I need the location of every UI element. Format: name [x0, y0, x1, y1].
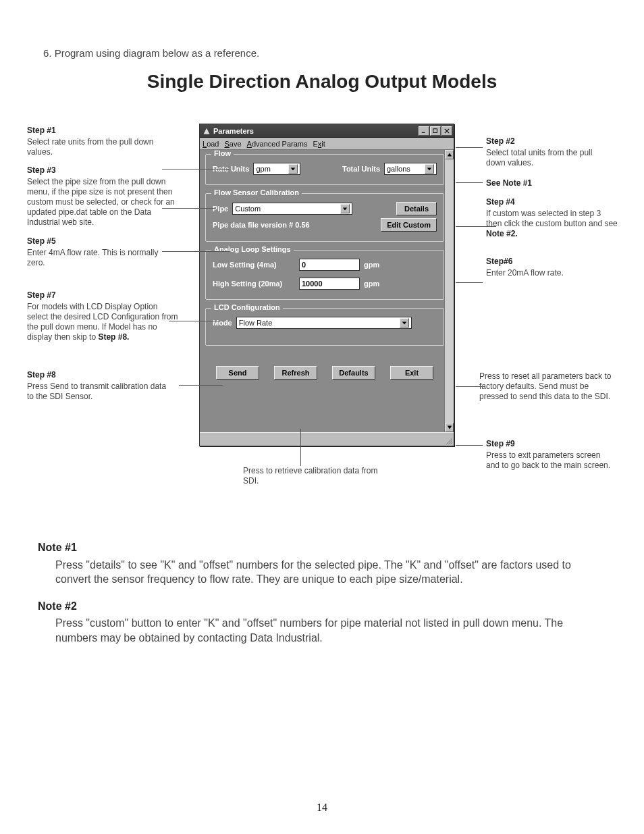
step-2: Step #2 Select total units from the pull… — [486, 136, 611, 168]
page-title: Single Direction Analog Output Models — [35, 71, 609, 93]
note-2-head: Note #2 — [38, 599, 606, 614]
scroll-track[interactable] — [445, 159, 454, 423]
pipe-label: Pipe — [213, 205, 228, 213]
edit-custom-button[interactable]: Edit Custom — [381, 218, 437, 232]
send-button[interactable]: Send — [216, 366, 259, 380]
step-1: Step #1 Select rate units from the pull … — [27, 126, 172, 157]
low-setting-label: Low Setting (4ma) — [213, 261, 295, 269]
mode-label: Mode — [213, 319, 232, 327]
note-2-body: Press "custom" button to enter "K" and "… — [55, 616, 606, 645]
svg-marker-8 — [447, 426, 451, 429]
analog-group: Analog Loop Settings Low Setting (4ma) 0… — [205, 250, 444, 300]
chevron-down-icon — [400, 318, 409, 328]
high-setting-input[interactable]: 10000 — [299, 278, 360, 290]
step-6: Step#6 Enter 20mA flow rate. — [486, 257, 611, 278]
defaults-note: Press to reset all parameters back to fa… — [479, 371, 614, 402]
app-icon — [203, 127, 211, 135]
calibration-legend: Flow Sensor Calibration — [211, 188, 302, 197]
menu-exit[interactable]: Exit — [313, 140, 325, 148]
total-units-label: Total Units — [342, 165, 380, 173]
lcd-group: LCD Configuration Mode Flow Rate — [205, 308, 444, 346]
rate-units-select[interactable]: gpm — [253, 163, 300, 175]
exit-button[interactable]: Exit — [390, 366, 433, 380]
menubar: Load Save Advanced Params Exit — [200, 138, 454, 150]
details-button[interactable]: Details — [396, 202, 437, 215]
svg-marker-6 — [402, 321, 406, 324]
titlebar[interactable]: Parameters — [200, 124, 454, 138]
lcd-legend: LCD Configuration — [211, 303, 283, 311]
svg-marker-3 — [291, 167, 295, 170]
svg-marker-4 — [427, 167, 431, 170]
step-7: Step #7 For models with LCD Display Opti… — [27, 290, 179, 342]
step-5: Step #5 Enter 4mA flow rate. This is nor… — [27, 236, 165, 268]
chevron-down-icon — [288, 164, 298, 174]
scroll-down-icon[interactable] — [445, 423, 454, 432]
step-4: Step #4 If custom was selected in step 3… — [486, 197, 618, 239]
svg-marker-5 — [343, 207, 347, 210]
parameters-window: Parameters Load Save Advanced Params Exi… — [199, 124, 454, 446]
svg-marker-7 — [447, 153, 451, 157]
svg-rect-2 — [433, 128, 437, 132]
refresh-button[interactable]: Refresh — [274, 366, 317, 380]
low-setting-input[interactable]: 0 — [299, 259, 360, 271]
step-9: Step #9 Press to exit parameters screen … — [486, 439, 614, 471]
high-setting-label: High Setting (20ma) — [213, 280, 295, 288]
notes-section: Note #1 Press "details" to see "K" and "… — [38, 540, 606, 658]
diagram: Step #1 Select rate units from the pull … — [27, 122, 621, 486]
step-3: Step #3 Select the pipe size from the pu… — [27, 165, 179, 228]
note-1-body: Press "details" to see "K" and "offset" … — [55, 558, 606, 587]
maximize-button[interactable] — [430, 126, 441, 136]
statusbar — [200, 432, 454, 446]
flow-legend: Flow — [211, 150, 234, 157]
close-button[interactable] — [441, 126, 452, 136]
scroll-up-icon[interactable] — [445, 150, 454, 159]
calibration-group: Flow Sensor Calibration Pipe Custom Deta… — [205, 193, 444, 242]
pipe-version-label: Pipe data file version # 0.56 — [213, 221, 310, 229]
step-8: Step #8 Press Send to transmit calibrati… — [27, 370, 172, 402]
svg-marker-0 — [203, 128, 210, 134]
high-setting-unit: gpm — [364, 280, 379, 288]
instruction-line: 6. Program using diagram below as a refe… — [43, 47, 609, 59]
see-note-1: See Note #1 — [486, 178, 611, 190]
pipe-select[interactable]: Custom — [232, 203, 352, 215]
mode-select[interactable]: Flow Rate — [236, 317, 412, 329]
button-bar: Send Refresh Defaults Exit — [205, 366, 444, 380]
analog-legend: Analog Loop Settings — [211, 245, 294, 253]
svg-rect-1 — [422, 132, 425, 132]
menu-save[interactable]: Save — [224, 140, 241, 148]
page-number: 14 — [0, 802, 644, 814]
total-units-select[interactable]: gallons — [384, 163, 437, 175]
refresh-note: Press to retrieve calibration data from … — [243, 466, 392, 486]
menu-load[interactable]: Load — [203, 140, 219, 148]
note-1-head: Note #1 — [38, 540, 606, 555]
menu-advanced[interactable]: Advanced Params — [247, 140, 308, 148]
chevron-down-icon — [340, 204, 350, 213]
scrollbar[interactable] — [444, 150, 454, 432]
defaults-button[interactable]: Defaults — [332, 366, 375, 380]
flow-group: Flow Rate Units gpm Total Units gallons — [205, 154, 444, 185]
low-setting-unit: gpm — [364, 261, 379, 269]
minimize-button[interactable] — [419, 126, 429, 136]
resize-grip-icon[interactable] — [444, 436, 452, 444]
window-title: Parameters — [213, 127, 254, 135]
chevron-down-icon — [425, 164, 434, 174]
